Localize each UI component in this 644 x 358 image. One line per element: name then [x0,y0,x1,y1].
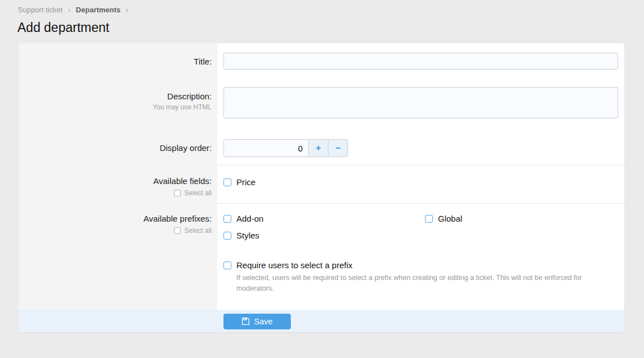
save-button-label: Save [254,317,272,326]
display-order-content-cell: + − [217,129,624,165]
field-option-price[interactable]: Price [223,177,618,187]
available-fields-label-cell: Available fields: Select all [19,165,217,203]
form-row-title: Title: [19,43,624,78]
breadcrumb-support-ticket[interactable]: Support ticket [18,6,63,14]
form-row-available-fields: Available fields: Select all Price [19,165,624,203]
styles-checkbox-label: Styles [236,231,259,240]
description-content-cell [217,78,624,129]
decrement-button[interactable]: − [328,140,348,157]
page-title: Add department [17,20,644,35]
available-prefixes-select-all[interactable]: Select all [174,227,212,235]
select-all-checkbox-icon[interactable] [174,190,181,196]
form-footer: Save [19,310,624,332]
display-order-label: Display order: [19,143,212,153]
title-input[interactable] [223,53,618,70]
breadcrumb-separator: › [68,6,70,14]
prefix-option-global[interactable]: Global [425,214,618,223]
global-checkbox-label: Global [438,214,462,223]
require-prefix-checkbox-icon[interactable] [223,261,231,269]
select-all-checkbox-icon[interactable] [174,227,181,234]
increment-button[interactable]: + [308,140,328,157]
display-order-input[interactable] [224,140,308,157]
title-label: Title: [19,57,212,66]
select-all-label: Select all [184,227,212,235]
require-prefix-hint: If selected, users will be required to s… [236,273,610,295]
description-label-cell: Description: You may use HTML [19,78,217,129]
price-checkbox-label: Price [236,177,255,187]
available-prefixes-label-cell: Available prefixes: Select all [19,203,217,310]
require-prefix-block: Require users to select a prefix If sele… [223,260,618,295]
available-fields-label: Available fields: [19,176,212,186]
prefix-options-grid: Add-on Global Styles [223,214,618,240]
description-textarea[interactable] [223,87,618,118]
breadcrumb-departments[interactable]: Departments [76,6,120,14]
breadcrumb: Support ticket › Departments › [18,6,644,14]
available-fields-content-cell: Price [217,165,624,203]
floppy-disk-icon [241,317,250,325]
breadcrumb-separator: › [126,6,128,14]
description-label: Description: [19,91,212,101]
title-label-cell: Title: [19,43,217,78]
add-department-form: Title: Description: You may use HTML Dis… [19,43,624,332]
available-prefixes-content-cell: Add-on Global Styles Require users to se… [217,203,624,310]
require-prefix-label: Require users to select a prefix [236,260,353,270]
title-content-cell [217,43,624,78]
description-hint: You may use HTML [19,103,212,111]
form-row-display-order: Display order: + − [19,129,624,165]
display-order-label-cell: Display order: [19,129,217,165]
form-row-available-prefixes: Available prefixes: Select all Add-on Gl… [19,203,624,310]
save-button[interactable]: Save [223,314,291,329]
available-fields-select-all[interactable]: Select all [174,189,212,197]
select-all-label: Select all [184,189,212,197]
display-order-stepper: + − [223,139,348,157]
addon-checkbox-icon[interactable] [223,215,231,223]
available-prefixes-label: Available prefixes: [19,214,212,223]
addon-checkbox-label: Add-on [236,214,263,223]
price-checkbox-icon[interactable] [223,178,231,186]
prefix-option-addon[interactable]: Add-on [223,214,425,223]
global-checkbox-icon[interactable] [425,215,433,223]
prefix-option-styles[interactable]: Styles [223,231,425,240]
form-row-description: Description: You may use HTML [19,78,624,129]
styles-checkbox-icon[interactable] [223,232,231,240]
require-prefix-option[interactable]: Require users to select a prefix [223,260,618,270]
